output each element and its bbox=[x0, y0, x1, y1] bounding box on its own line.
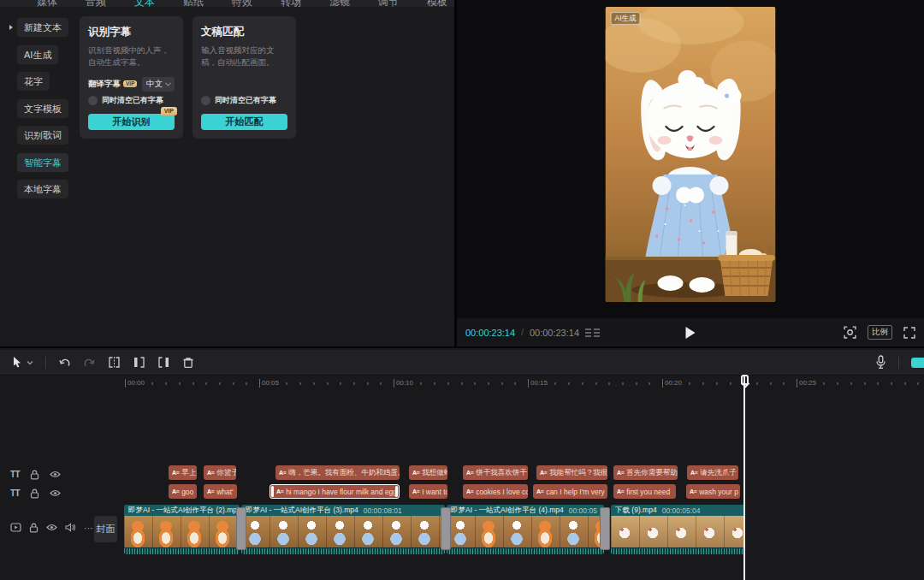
subtitle-clip-en[interactable]: A≡cookies I love co bbox=[463, 484, 528, 499]
video-filmstrip bbox=[241, 516, 445, 547]
video-clip[interactable]: 即梦AI - 一站式AI创作平台 (3).mp400:00:08:01 bbox=[241, 505, 445, 554]
lock-icon[interactable] bbox=[30, 470, 39, 480]
audio-waveform bbox=[447, 547, 604, 554]
subtitle-text: hi mango I have flour milk and egg bbox=[286, 488, 397, 496]
lock-icon[interactable] bbox=[30, 488, 39, 499]
clear-existing-checkbox[interactable]: 同时清空已有字幕 bbox=[88, 95, 175, 106]
vip-badge: VIP bbox=[161, 107, 177, 115]
start-recognize-button[interactable]: 开始识别 VIP bbox=[88, 114, 175, 130]
more-options-icon[interactable]: ⋯ bbox=[84, 525, 93, 530]
play-button[interactable] bbox=[686, 327, 696, 339]
split-icon[interactable] bbox=[108, 357, 121, 368]
autocaption-icon: A≡ bbox=[276, 488, 283, 494]
menu-tab[interactable]: 模板 bbox=[427, 0, 447, 7]
subtitle-clip-en[interactable]: A≡goo bbox=[169, 484, 197, 499]
start-match-button[interactable]: 开始匹配 bbox=[201, 114, 287, 130]
sidebar-item[interactable]: 花字 bbox=[17, 72, 50, 91]
video-clip-name: 即梦AI - 一站式AI创作平台 (4).mp4 bbox=[451, 506, 564, 516]
checkbox-label: 同时清空已有字幕 bbox=[102, 95, 163, 106]
sidebar-item-label: 识别歌词 bbox=[17, 126, 68, 145]
preview-panel: AI生成 00:00:23:14 / 00:00:23:14 bbox=[457, 0, 924, 346]
eye-icon[interactable] bbox=[50, 489, 61, 497]
speaker-icon[interactable] bbox=[65, 523, 76, 532]
video-clip[interactable]: 下载 (9).mp400:00:05:04 bbox=[611, 505, 745, 554]
playhead[interactable] bbox=[743, 376, 745, 580]
menu-tab[interactable]: 媒体 bbox=[37, 0, 57, 7]
ruler-label: 00:20 bbox=[662, 379, 682, 388]
sidebar: 新建文本AI生成花字文字模板识别歌词智能字幕本地字幕 bbox=[0, 7, 76, 346]
trim-right-icon[interactable] bbox=[157, 357, 170, 368]
autocaption-icon: A≡ bbox=[690, 470, 697, 476]
bunny-video-frame bbox=[606, 7, 776, 302]
autocaption-icon: A≡ bbox=[690, 488, 696, 494]
ratio-button[interactable]: 比例 bbox=[868, 325, 892, 340]
subtitle-clip-en[interactable]: A≡first you need bbox=[613, 484, 676, 499]
sidebar-item[interactable]: 识别歌词 bbox=[17, 126, 68, 145]
autocaption-icon: A≡ bbox=[466, 470, 473, 476]
subtitle-clip-zh[interactable]: A≡早上 bbox=[169, 465, 197, 480]
fullscreen-icon[interactable] bbox=[903, 327, 915, 339]
menu-tab[interactable]: 特效 bbox=[232, 0, 252, 7]
timeline-panel: 00:0000:0500:1000:1500:2000:25 TT TT ⋯ 封… bbox=[0, 346, 924, 580]
subtitle-clip-zh[interactable]: A≡请先洗爪子 bbox=[687, 465, 738, 480]
video-clip[interactable]: 即梦AI - 一站式AI创作平台 (2).mp4 bbox=[124, 505, 240, 554]
subtitle-text: first you need bbox=[626, 488, 670, 496]
menu-tab[interactable]: 滤镜 bbox=[329, 0, 350, 7]
subtitle-clip-zh[interactable]: A≡我想做蜂 bbox=[409, 465, 447, 480]
playhead-handle[interactable] bbox=[741, 375, 749, 385]
transition-handle[interactable] bbox=[441, 507, 451, 550]
cover-button[interactable]: 封面 bbox=[94, 516, 117, 542]
microphone-icon[interactable] bbox=[875, 355, 886, 370]
focus-icon[interactable] bbox=[844, 326, 856, 339]
subtitle-clip-zh[interactable]: A≡首先你需要帮助 bbox=[613, 465, 678, 480]
menu-tab[interactable]: 文本 bbox=[134, 0, 155, 7]
menu-tab[interactable]: 贴纸 bbox=[183, 0, 204, 7]
subtitle-clip-en[interactable]: A≡what' bbox=[204, 484, 237, 499]
select-tool-icon[interactable] bbox=[11, 356, 33, 369]
menu-tab[interactable]: 调节 bbox=[378, 0, 399, 7]
ruler-label: 00:15 bbox=[528, 379, 548, 388]
autocaption-icon: A≡ bbox=[466, 488, 473, 494]
ruler-label: 00:25 bbox=[797, 379, 816, 388]
card-description: 输入音视频对应的文稿，自动匹配画面。 bbox=[201, 44, 287, 69]
sidebar-item[interactable]: 本地字幕 bbox=[17, 180, 68, 198]
sidebar-item[interactable]: 新建文本 bbox=[17, 18, 68, 37]
subtitle-clip-en[interactable]: A≡hi mango I have flour milk and egg bbox=[270, 484, 400, 499]
sidebar-item[interactable]: 智能字幕 bbox=[17, 153, 68, 172]
video-preview[interactable]: AI生成 bbox=[606, 7, 776, 302]
subtitle-text: 饼干我喜欢饼干 bbox=[476, 468, 527, 478]
eye-icon[interactable] bbox=[50, 471, 61, 478]
sidebar-item[interactable]: AI生成 bbox=[17, 45, 58, 64]
subtitle-clip-en[interactable]: A≡can I help I'm very bbox=[533, 484, 607, 499]
card-title: 文稿匹配 bbox=[201, 25, 287, 39]
delete-icon[interactable] bbox=[182, 357, 194, 369]
caption-list-icon[interactable] bbox=[585, 328, 601, 338]
timeline-ruler[interactable]: 00:0000:0500:1000:1500:2000:25 bbox=[0, 376, 924, 390]
redo-icon[interactable] bbox=[83, 357, 96, 369]
subtitle-clip-en[interactable]: A≡wash your p bbox=[686, 484, 740, 499]
menu-tab[interactable]: 转场 bbox=[281, 0, 301, 7]
undo-icon[interactable] bbox=[58, 357, 71, 369]
lock-icon[interactable] bbox=[29, 523, 38, 533]
eye-icon[interactable] bbox=[46, 524, 57, 531]
subtitle-text: wash your p bbox=[699, 488, 738, 496]
sidebar-item[interactable]: 文字模板 bbox=[17, 99, 68, 118]
subtitle-clip-en[interactable]: A≡I want to bbox=[409, 484, 447, 499]
clear-existing-checkbox[interactable]: 同时清空已有字幕 bbox=[201, 95, 287, 106]
transition-handle[interactable] bbox=[236, 507, 246, 550]
subtitle-text: 我能帮忙吗？我很 bbox=[549, 468, 607, 478]
script-match-card: 文稿匹配 输入音视频对应的文稿，自动匹配画面。 同时清空已有字幕 开始匹配 bbox=[192, 16, 296, 139]
total-timecode: 00:00:23:14 bbox=[530, 328, 579, 338]
subtitle-clip-zh[interactable]: A≡饼干我喜欢饼干 bbox=[463, 465, 528, 480]
trim-left-icon[interactable] bbox=[133, 357, 145, 368]
menu-tab[interactable]: 音频 bbox=[86, 0, 106, 7]
subtitle-clip-zh[interactable]: A≡嗨，芒果。我有面粉、牛奶和鸡蛋。 bbox=[275, 465, 400, 480]
video-clip[interactable]: 即梦AI - 一站式AI创作平台 (4).mp400:00:05 bbox=[447, 505, 604, 554]
text-track-icon: TT bbox=[10, 488, 20, 498]
language-dropdown[interactable]: 中文 bbox=[142, 77, 175, 92]
transition-handle[interactable] bbox=[600, 507, 610, 550]
link-toggle-icon[interactable] bbox=[911, 358, 924, 368]
button-label: 开始识别 bbox=[113, 115, 151, 128]
subtitle-clip-zh[interactable]: A≡我能帮忙吗？我很 bbox=[536, 465, 607, 480]
subtitle-clip-zh[interactable]: A≡你篮子 bbox=[204, 465, 236, 480]
